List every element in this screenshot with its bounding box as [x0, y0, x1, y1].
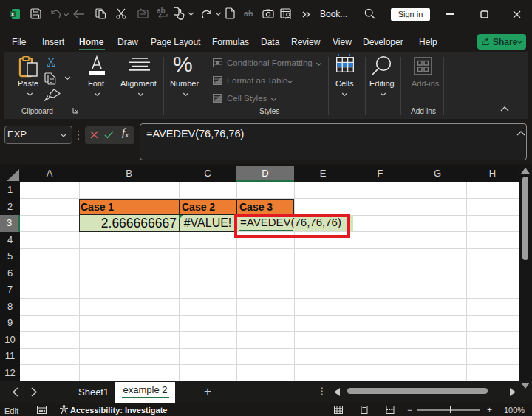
- svg-text:X: X: [10, 11, 14, 18]
